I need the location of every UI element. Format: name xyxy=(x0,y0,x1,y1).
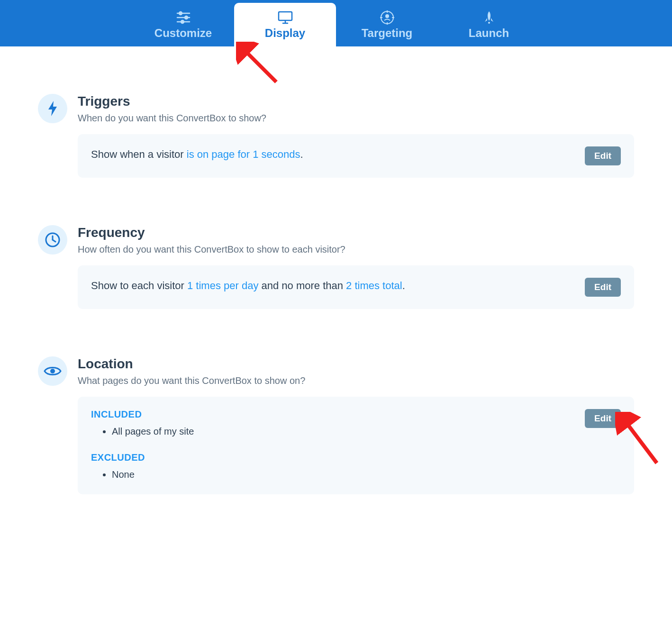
bolt-icon xyxy=(38,94,67,123)
rocket-icon xyxy=(482,9,496,26)
section-title: Triggers xyxy=(78,94,634,109)
excluded-group: EXCLUDED None xyxy=(91,452,575,482)
list-item: None xyxy=(112,467,575,482)
section-frequency: Frequency How often do you want this Con… xyxy=(38,225,634,309)
svg-point-1 xyxy=(179,12,182,15)
included-heading: INCLUDED xyxy=(91,409,575,420)
monitor-icon xyxy=(277,9,293,26)
section-title: Frequency xyxy=(78,225,634,240)
svg-rect-6 xyxy=(279,12,292,20)
included-group: INCLUDED All pages of my site xyxy=(91,409,575,439)
trigger-condition-link[interactable]: is on page for 1 seconds xyxy=(187,148,300,160)
clock-icon xyxy=(38,225,67,255)
frequency-summary: Show to each visitor 1 times per day and… xyxy=(91,278,405,293)
section-desc: How often do you want this ConvertBox to… xyxy=(78,244,634,255)
frequency-card: Show to each visitor 1 times per day and… xyxy=(78,265,634,309)
edit-triggers-button[interactable]: Edit xyxy=(585,146,621,165)
excluded-heading: EXCLUDED xyxy=(91,452,575,463)
svg-point-10 xyxy=(386,15,389,18)
section-location: Location What pages do you want this Con… xyxy=(38,356,634,494)
section-desc: When do you want this ConvertBox to show… xyxy=(78,113,634,124)
target-icon xyxy=(380,9,395,26)
tab-label: Customize xyxy=(154,27,212,40)
eye-icon xyxy=(38,356,67,386)
section-desc: What pages do you want this ConvertBox t… xyxy=(78,375,634,386)
svg-line-20 xyxy=(53,240,55,242)
svg-point-15 xyxy=(488,22,490,24)
included-list: All pages of my site xyxy=(91,424,575,439)
svg-point-5 xyxy=(181,20,184,23)
location-card: INCLUDED All pages of my site EXCLUDED N… xyxy=(78,397,634,494)
svg-point-3 xyxy=(185,16,188,19)
section-title: Location xyxy=(78,356,634,372)
frequency-total-link[interactable]: 2 times total xyxy=(346,280,402,291)
excluded-list: None xyxy=(91,467,575,482)
tab-label: Targeting xyxy=(362,27,413,40)
annotation-arrow xyxy=(615,412,663,469)
sliders-icon xyxy=(176,9,191,26)
tab-label: Display xyxy=(265,27,305,40)
triggers-summary: Show when a visitor is on page for 1 sec… xyxy=(91,146,303,162)
svg-line-23 xyxy=(625,420,657,463)
top-nav: Customize Display Targeting xyxy=(0,0,672,46)
edit-location-button[interactable]: Edit xyxy=(585,409,621,428)
edit-frequency-button[interactable]: Edit xyxy=(585,278,621,297)
main-content: Triggers When do you want this ConvertBo… xyxy=(0,46,672,542)
tab-label: Launch xyxy=(469,27,509,40)
frequency-per-day-link[interactable]: 1 times per day xyxy=(187,280,258,291)
tab-display[interactable]: Display xyxy=(234,3,336,46)
svg-point-21 xyxy=(50,369,55,373)
tab-launch[interactable]: Launch xyxy=(438,0,540,46)
tab-targeting[interactable]: Targeting xyxy=(336,0,438,46)
section-triggers: Triggers When do you want this ConvertBo… xyxy=(38,94,634,178)
tab-customize[interactable]: Customize xyxy=(132,0,234,46)
list-item: All pages of my site xyxy=(112,424,575,439)
triggers-card: Show when a visitor is on page for 1 sec… xyxy=(78,134,634,178)
